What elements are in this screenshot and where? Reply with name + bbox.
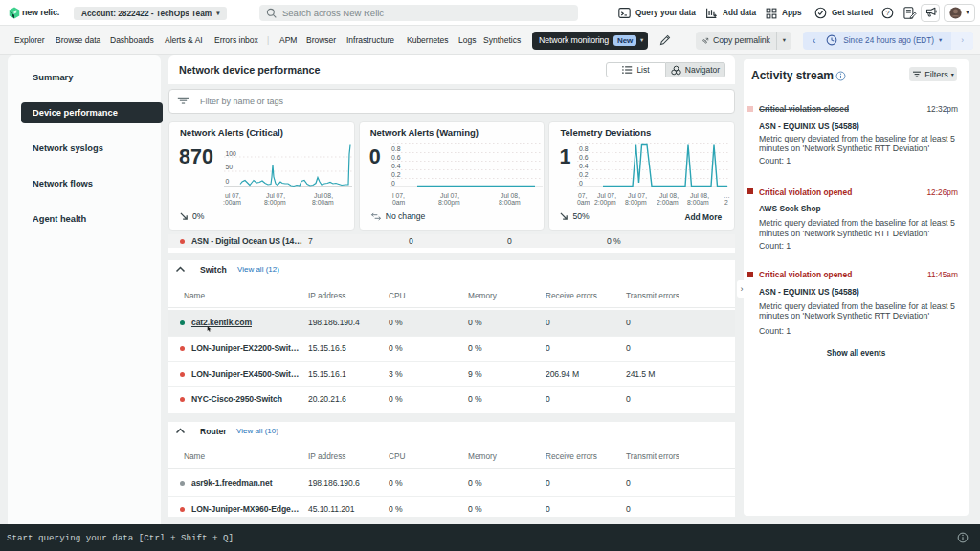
svg-text:8:00pm: 8:00pm [264,199,286,207]
svg-text:0am: 0am [392,199,406,206]
svg-text:l 07,: l 07, [392,192,405,199]
svg-text:Jul 07,: Jul 07, [597,192,616,199]
svg-text:Jul 07,: Jul 07, [266,192,285,199]
svg-text:0: 0 [391,180,395,187]
svg-text:100: 100 [226,150,237,157]
svg-text:0.2: 0.2 [391,171,401,178]
svg-text:…: … [724,192,730,199]
svg-text:0: 0 [579,180,583,187]
svg-text:Jul 08,: Jul 08, [314,192,333,199]
svg-text:2:00am: 2:00am [657,199,679,206]
svg-text:0.2: 0.2 [579,171,589,178]
svg-text:0.6: 0.6 [391,154,401,161]
svg-text:0.6: 0.6 [579,154,589,161]
svg-text:8:00am: 8:00am [499,199,521,206]
svg-text:Jul 07,: Jul 07, [628,192,647,199]
svg-text:Jul 08,: Jul 08, [501,192,520,199]
svg-text:0.4: 0.4 [579,163,589,169]
svg-text:Jul 07,: Jul 07, [440,192,459,199]
svg-text:Jul 08,: Jul 08, [659,192,679,199]
svg-text:8:00pm: 8:00pm [625,199,647,207]
svg-text:?: ? [885,9,889,17]
svg-text:Jul 08,: Jul 08, [690,192,709,199]
svg-text:0.4: 0.4 [391,163,401,169]
svg-text:0.8: 0.8 [579,145,589,152]
svg-text:2:00pm: 2:00pm [594,199,616,207]
svg-text:8:00am: 8:00am [687,199,709,206]
svg-text:ul 07,: ul 07, [225,192,241,199]
svg-text:50: 50 [226,164,234,170]
svg-text:2: 2 [724,199,728,206]
svg-text:8:00pm: 8:00pm [438,199,460,207]
svg-text:8:00am: 8:00am [312,199,334,206]
svg-text::00am: :00am [223,199,241,206]
svg-text:0.8: 0.8 [391,145,401,152]
svg-text:0am: 0am [577,199,590,206]
svg-text:0: 0 [226,178,230,185]
svg-text:07,: 07, [578,192,588,199]
